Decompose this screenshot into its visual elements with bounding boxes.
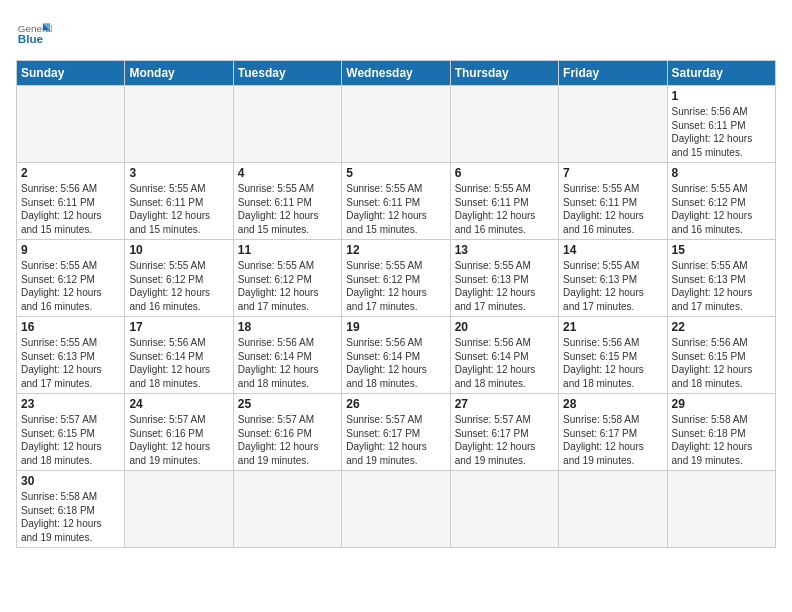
- day-info: Sunrise: 5:57 AM Sunset: 6:17 PM Dayligh…: [455, 413, 554, 467]
- day-number: 3: [129, 166, 228, 180]
- calendar-cell: 30Sunrise: 5:58 AM Sunset: 6:18 PM Dayli…: [17, 471, 125, 548]
- weekday-header-wednesday: Wednesday: [342, 61, 450, 86]
- day-info: Sunrise: 5:56 AM Sunset: 6:11 PM Dayligh…: [672, 105, 771, 159]
- day-info: Sunrise: 5:55 AM Sunset: 6:11 PM Dayligh…: [563, 182, 662, 236]
- calendar-week-3: 9Sunrise: 5:55 AM Sunset: 6:12 PM Daylig…: [17, 240, 776, 317]
- day-number: 10: [129, 243, 228, 257]
- calendar-cell: [450, 471, 558, 548]
- calendar-cell: [125, 86, 233, 163]
- day-number: 29: [672, 397, 771, 411]
- calendar-cell: 9Sunrise: 5:55 AM Sunset: 6:12 PM Daylig…: [17, 240, 125, 317]
- calendar-cell: 17Sunrise: 5:56 AM Sunset: 6:14 PM Dayli…: [125, 317, 233, 394]
- day-info: Sunrise: 5:55 AM Sunset: 6:11 PM Dayligh…: [346, 182, 445, 236]
- day-info: Sunrise: 5:57 AM Sunset: 6:17 PM Dayligh…: [346, 413, 445, 467]
- day-info: Sunrise: 5:55 AM Sunset: 6:11 PM Dayligh…: [455, 182, 554, 236]
- day-info: Sunrise: 5:58 AM Sunset: 6:17 PM Dayligh…: [563, 413, 662, 467]
- day-number: 28: [563, 397, 662, 411]
- calendar-cell: 3Sunrise: 5:55 AM Sunset: 6:11 PM Daylig…: [125, 163, 233, 240]
- calendar-cell: 21Sunrise: 5:56 AM Sunset: 6:15 PM Dayli…: [559, 317, 667, 394]
- calendar-cell: [125, 471, 233, 548]
- day-info: Sunrise: 5:56 AM Sunset: 6:15 PM Dayligh…: [563, 336, 662, 390]
- day-number: 1: [672, 89, 771, 103]
- calendar-cell: 6Sunrise: 5:55 AM Sunset: 6:11 PM Daylig…: [450, 163, 558, 240]
- day-number: 9: [21, 243, 120, 257]
- day-info: Sunrise: 5:55 AM Sunset: 6:12 PM Dayligh…: [238, 259, 337, 313]
- day-number: 8: [672, 166, 771, 180]
- day-number: 26: [346, 397, 445, 411]
- calendar-cell: 7Sunrise: 5:55 AM Sunset: 6:11 PM Daylig…: [559, 163, 667, 240]
- day-number: 21: [563, 320, 662, 334]
- day-number: 30: [21, 474, 120, 488]
- weekday-header-saturday: Saturday: [667, 61, 775, 86]
- calendar-cell: [667, 471, 775, 548]
- calendar-table: SundayMondayTuesdayWednesdayThursdayFrid…: [16, 60, 776, 548]
- day-number: 25: [238, 397, 337, 411]
- weekday-header-thursday: Thursday: [450, 61, 558, 86]
- day-info: Sunrise: 5:55 AM Sunset: 6:11 PM Dayligh…: [129, 182, 228, 236]
- calendar-cell: 8Sunrise: 5:55 AM Sunset: 6:12 PM Daylig…: [667, 163, 775, 240]
- weekday-header-sunday: Sunday: [17, 61, 125, 86]
- day-info: Sunrise: 5:57 AM Sunset: 6:16 PM Dayligh…: [129, 413, 228, 467]
- day-number: 6: [455, 166, 554, 180]
- calendar-cell: [559, 86, 667, 163]
- calendar-cell: 1Sunrise: 5:56 AM Sunset: 6:11 PM Daylig…: [667, 86, 775, 163]
- day-number: 7: [563, 166, 662, 180]
- day-number: 18: [238, 320, 337, 334]
- calendar-week-2: 2Sunrise: 5:56 AM Sunset: 6:11 PM Daylig…: [17, 163, 776, 240]
- weekday-header-friday: Friday: [559, 61, 667, 86]
- calendar-cell: 12Sunrise: 5:55 AM Sunset: 6:12 PM Dayli…: [342, 240, 450, 317]
- day-info: Sunrise: 5:56 AM Sunset: 6:11 PM Dayligh…: [21, 182, 120, 236]
- weekday-header-monday: Monday: [125, 61, 233, 86]
- day-info: Sunrise: 5:55 AM Sunset: 6:13 PM Dayligh…: [563, 259, 662, 313]
- calendar-cell: 16Sunrise: 5:55 AM Sunset: 6:13 PM Dayli…: [17, 317, 125, 394]
- day-info: Sunrise: 5:56 AM Sunset: 6:14 PM Dayligh…: [346, 336, 445, 390]
- calendar-cell: 27Sunrise: 5:57 AM Sunset: 6:17 PM Dayli…: [450, 394, 558, 471]
- day-number: 23: [21, 397, 120, 411]
- calendar-cell: [17, 86, 125, 163]
- calendar-cell: [342, 471, 450, 548]
- day-number: 4: [238, 166, 337, 180]
- calendar-cell: 22Sunrise: 5:56 AM Sunset: 6:15 PM Dayli…: [667, 317, 775, 394]
- calendar-cell: 20Sunrise: 5:56 AM Sunset: 6:14 PM Dayli…: [450, 317, 558, 394]
- day-info: Sunrise: 5:57 AM Sunset: 6:15 PM Dayligh…: [21, 413, 120, 467]
- calendar-cell: 15Sunrise: 5:55 AM Sunset: 6:13 PM Dayli…: [667, 240, 775, 317]
- calendar-cell: [450, 86, 558, 163]
- day-number: 14: [563, 243, 662, 257]
- day-info: Sunrise: 5:55 AM Sunset: 6:12 PM Dayligh…: [346, 259, 445, 313]
- day-info: Sunrise: 5:58 AM Sunset: 6:18 PM Dayligh…: [672, 413, 771, 467]
- calendar-cell: 14Sunrise: 5:55 AM Sunset: 6:13 PM Dayli…: [559, 240, 667, 317]
- day-number: 27: [455, 397, 554, 411]
- day-info: Sunrise: 5:55 AM Sunset: 6:12 PM Dayligh…: [129, 259, 228, 313]
- day-info: Sunrise: 5:57 AM Sunset: 6:16 PM Dayligh…: [238, 413, 337, 467]
- day-info: Sunrise: 5:55 AM Sunset: 6:12 PM Dayligh…: [21, 259, 120, 313]
- calendar-week-1: 1Sunrise: 5:56 AM Sunset: 6:11 PM Daylig…: [17, 86, 776, 163]
- day-number: 5: [346, 166, 445, 180]
- calendar-cell: [233, 86, 341, 163]
- day-number: 20: [455, 320, 554, 334]
- day-info: Sunrise: 5:55 AM Sunset: 6:13 PM Dayligh…: [455, 259, 554, 313]
- header: General Blue: [16, 16, 776, 52]
- weekday-header-row: SundayMondayTuesdayWednesdayThursdayFrid…: [17, 61, 776, 86]
- calendar-cell: 23Sunrise: 5:57 AM Sunset: 6:15 PM Dayli…: [17, 394, 125, 471]
- calendar-cell: 26Sunrise: 5:57 AM Sunset: 6:17 PM Dayli…: [342, 394, 450, 471]
- day-info: Sunrise: 5:56 AM Sunset: 6:14 PM Dayligh…: [129, 336, 228, 390]
- day-info: Sunrise: 5:58 AM Sunset: 6:18 PM Dayligh…: [21, 490, 120, 544]
- day-number: 24: [129, 397, 228, 411]
- day-number: 17: [129, 320, 228, 334]
- calendar-cell: 18Sunrise: 5:56 AM Sunset: 6:14 PM Dayli…: [233, 317, 341, 394]
- day-number: 22: [672, 320, 771, 334]
- calendar-cell: 4Sunrise: 5:55 AM Sunset: 6:11 PM Daylig…: [233, 163, 341, 240]
- calendar-cell: [342, 86, 450, 163]
- generalblue-logo-icon: General Blue: [16, 16, 52, 52]
- page: General Blue SundayMondayTuesdayWednesda…: [0, 0, 792, 556]
- day-number: 13: [455, 243, 554, 257]
- day-number: 12: [346, 243, 445, 257]
- day-info: Sunrise: 5:56 AM Sunset: 6:15 PM Dayligh…: [672, 336, 771, 390]
- calendar-cell: 19Sunrise: 5:56 AM Sunset: 6:14 PM Dayli…: [342, 317, 450, 394]
- day-info: Sunrise: 5:55 AM Sunset: 6:13 PM Dayligh…: [21, 336, 120, 390]
- calendar-cell: 13Sunrise: 5:55 AM Sunset: 6:13 PM Dayli…: [450, 240, 558, 317]
- calendar-cell: 2Sunrise: 5:56 AM Sunset: 6:11 PM Daylig…: [17, 163, 125, 240]
- day-number: 16: [21, 320, 120, 334]
- calendar-cell: 29Sunrise: 5:58 AM Sunset: 6:18 PM Dayli…: [667, 394, 775, 471]
- calendar-cell: 10Sunrise: 5:55 AM Sunset: 6:12 PM Dayli…: [125, 240, 233, 317]
